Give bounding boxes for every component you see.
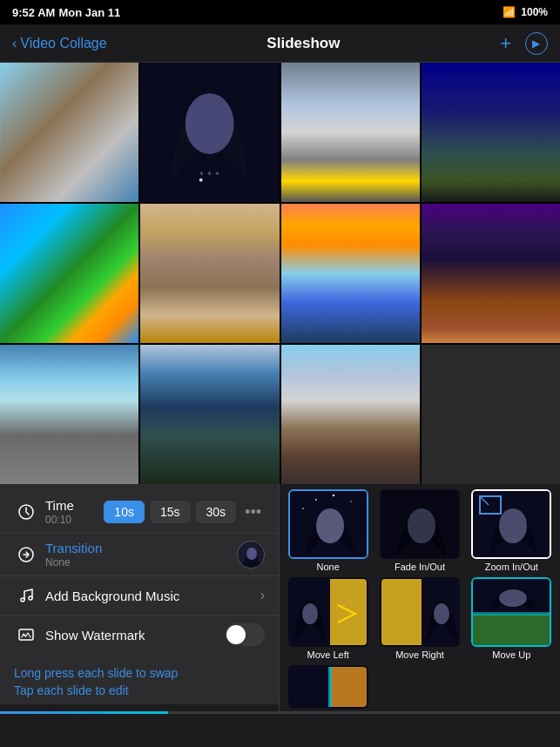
watermark-icon [14, 622, 38, 647]
transition-panel: None Fade In/Out [279, 484, 560, 714]
svg-rect-41 [328, 667, 332, 709]
photo-empty [422, 345, 560, 484]
swap-link[interactable]: Long press each slide to swap [14, 666, 265, 680]
wifi-icon: 📶 [503, 6, 516, 18]
photo-7[interactable] [281, 204, 420, 343]
svg-point-31 [302, 603, 318, 624]
photo-6[interactable] [140, 204, 279, 343]
svg-point-19 [302, 508, 304, 509]
transition-control-row[interactable]: Transition None [0, 533, 279, 575]
svg-point-17 [332, 495, 334, 496]
transition-thumb-move-right [380, 577, 460, 647]
svg-rect-32 [381, 579, 422, 647]
progress-fill [0, 711, 168, 714]
transition-label-move-right: Move Right [395, 649, 444, 660]
svg-point-18 [350, 501, 352, 502]
bottom-links: Long press each slide to swap Tap each s… [0, 661, 279, 704]
play-button[interactable]: ▶ [525, 32, 548, 55]
transition-label-move-left: Move Left [307, 649, 349, 660]
battery-display: 100% [521, 6, 548, 18]
time-btn-10s[interactable]: 10s [104, 501, 145, 523]
photo-10[interactable] [140, 345, 279, 484]
photo-5[interactable] [0, 204, 138, 343]
svg-point-16 [315, 499, 317, 501]
transition-sublabel: None [45, 556, 237, 569]
svg-rect-12 [19, 629, 33, 640]
svg-point-34 [434, 603, 449, 624]
svg-point-3 [199, 178, 203, 182]
svg-rect-38 [473, 612, 551, 616]
bottom-section: Time 00:10 10s 15s 30s ••• [0, 484, 560, 714]
svg-point-11 [29, 596, 32, 600]
nav-title: Slideshow [267, 35, 340, 52]
photo-9[interactable] [0, 345, 138, 484]
transition-thumb-none [288, 489, 368, 559]
transition-none[interactable]: None [283, 488, 373, 574]
transition-thumb-extra1 [288, 665, 368, 709]
transition-grid: None Fade In/Out [280, 484, 560, 714]
back-button[interactable]: ‹ Video Collage [12, 36, 107, 51]
svg-point-26 [499, 508, 527, 543]
edit-link[interactable]: Tap each slide to edit [14, 683, 265, 697]
time-label-group: Time 00:10 [45, 498, 104, 526]
music-label-group: Add Background Music [45, 589, 260, 603]
svg-point-10 [21, 598, 24, 602]
transition-item-extra1[interactable] [283, 663, 373, 710]
svg-point-2 [186, 93, 234, 154]
date-display: Mon Jan 11 [58, 6, 120, 19]
time-control-row: Time 00:10 10s 15s 30s ••• [0, 491, 279, 533]
time-label: Time [45, 498, 104, 513]
music-icon [14, 583, 38, 608]
watermark-control-row: Show Watermark [0, 615, 279, 654]
controls-panel: Time 00:10 10s 15s 30s ••• [0, 484, 279, 661]
transition-thumb-move-up [471, 577, 551, 647]
photo-grid: ✦ ✦ ✦ [0, 63, 560, 484]
transition-fade[interactable]: Fade In/Out [374, 488, 464, 574]
watermark-label-group: Show Watermark [45, 628, 225, 643]
watermark-label: Show Watermark [45, 628, 225, 643]
photo-4[interactable] [422, 63, 560, 202]
transition-label-move-up: Move Up [492, 649, 530, 660]
time-buttons: 10s 15s 30s ••• [104, 501, 265, 523]
add-button[interactable]: + [500, 32, 511, 55]
transition-label-zoom: Zoom In/Out [485, 562, 538, 572]
photo-3[interactable] [281, 63, 420, 202]
photo-8[interactable] [422, 204, 560, 343]
svg-rect-36 [473, 614, 551, 647]
transition-label-none: None [317, 562, 340, 572]
time-btn-15s[interactable]: 15s [150, 501, 191, 523]
transition-move-up[interactable]: Move Up [467, 575, 557, 662]
svg-rect-30 [330, 579, 368, 647]
music-control-row[interactable]: Add Background Music › [0, 575, 279, 615]
status-bar: 9:52 AM Mon Jan 11 📶 100% [0, 0, 560, 24]
time-sublabel: 00:10 [45, 514, 104, 526]
time-btn-30s[interactable]: 30s [196, 501, 237, 523]
svg-point-15 [316, 508, 344, 543]
transition-avatar [237, 541, 265, 569]
transition-move-left[interactable]: Move Left [283, 575, 373, 662]
nav-bar: ‹ Video Collage Slideshow + ▶ [0, 24, 560, 63]
svg-rect-39 [290, 667, 330, 709]
watermark-toggle[interactable] [225, 623, 265, 646]
music-chevron-icon: › [260, 588, 265, 603]
transition-move-right[interactable]: Move Right [374, 575, 464, 662]
music-label: Add Background Music [45, 589, 260, 603]
transition-zoom[interactable]: Zoom In/Out [467, 488, 557, 574]
back-label: Video Collage [20, 36, 106, 51]
time-btn-more[interactable]: ••• [241, 503, 265, 522]
time-display: 9:52 AM [12, 6, 55, 19]
photo-2[interactable]: ✦ ✦ ✦ [140, 63, 279, 202]
toggle-knob [226, 625, 246, 644]
photo-1[interactable] [0, 63, 138, 202]
photo-11[interactable] [281, 345, 420, 484]
transition-label-group: Transition None [45, 541, 237, 569]
back-chevron-icon: ‹ [12, 36, 17, 51]
svg-point-37 [499, 589, 527, 607]
transition-thumb-fade [380, 489, 460, 559]
time-icon [14, 500, 38, 524]
svg-rect-40 [330, 667, 368, 709]
svg-rect-23 [381, 491, 460, 559]
svg-point-9 [246, 548, 257, 560]
transition-label-fade: Fade In/Out [395, 562, 445, 572]
transition-thumb-move-left [288, 577, 368, 647]
